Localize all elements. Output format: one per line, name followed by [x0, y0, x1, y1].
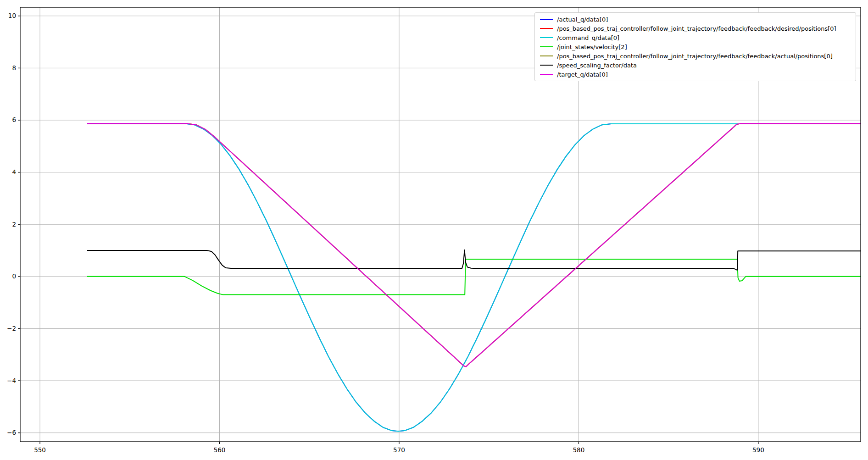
series-fjt_desired_positions-line	[87, 123, 861, 366]
x-tick-label: 590	[752, 446, 764, 454]
legend-line-swatch-icon	[540, 28, 553, 29]
series-joint_states_velocity-line	[87, 259, 861, 294]
y-tick-label: 4	[12, 168, 16, 176]
legend-item-speed_scaling_factor: /speed_scaling_factor/data	[539, 61, 852, 70]
legend-item-fjt_desired_positions: /pos_based_pos_traj_controller/follow_jo…	[539, 24, 852, 33]
legend-label: /pos_based_pos_traj_controller/follow_jo…	[557, 26, 836, 32]
series-fjt_actual_positions-line	[87, 123, 861, 366]
legend-line-swatch-icon	[540, 19, 553, 20]
y-tick-label: −2	[7, 325, 16, 332]
legend-line-swatch-icon	[540, 46, 553, 47]
legend-item-actual_q: /actual_q/data[0]	[539, 15, 852, 24]
legend-line-swatch-icon	[540, 55, 553, 56]
legend-item-joint_states_velocity: /joint_states/velocity[2]	[539, 42, 852, 51]
y-tick-label: 6	[12, 116, 16, 123]
legend-line-swatch-icon	[540, 65, 553, 66]
y-tick-label: 8	[12, 64, 16, 72]
y-tick-label: −6	[7, 429, 16, 436]
legend-item-target_q: /target_q/data[0]	[539, 70, 852, 79]
legend-item-command_q: /command_q/data[0]	[539, 33, 852, 42]
legend: /actual_q/data[0]/pos_based_pos_traj_con…	[534, 12, 856, 81]
series-target_q-line	[87, 123, 861, 366]
legend-line-swatch-icon	[540, 37, 553, 38]
legend-label: /speed_scaling_factor/data	[557, 62, 637, 68]
legend-label: /pos_based_pos_traj_controller/follow_jo…	[557, 53, 833, 59]
y-tick-label: 2	[12, 221, 16, 228]
y-tick-label: 10	[8, 12, 16, 19]
x-tick-label: 550	[34, 446, 46, 454]
x-tick-label: 580	[573, 446, 585, 454]
figure: 550560570580590−6−4−20246810 /actual_q/d…	[0, 0, 868, 460]
legend-label: /joint_states/velocity[2]	[557, 44, 627, 50]
legend-item-fjt_actual_positions: /pos_based_pos_traj_controller/follow_jo…	[539, 51, 852, 61]
x-tick-label: 570	[393, 446, 405, 454]
x-tick-label: 560	[214, 446, 226, 454]
y-tick-label: 0	[12, 272, 16, 280]
y-tick-label: −4	[7, 377, 16, 384]
series-speed_scaling_factor-line	[87, 250, 861, 270]
legend-label: /target_q/data[0]	[557, 72, 608, 78]
legend-label: /actual_q/data[0]	[557, 17, 608, 22]
legend-line-swatch-icon	[540, 74, 553, 75]
legend-label: /command_q/data[0]	[557, 35, 619, 41]
